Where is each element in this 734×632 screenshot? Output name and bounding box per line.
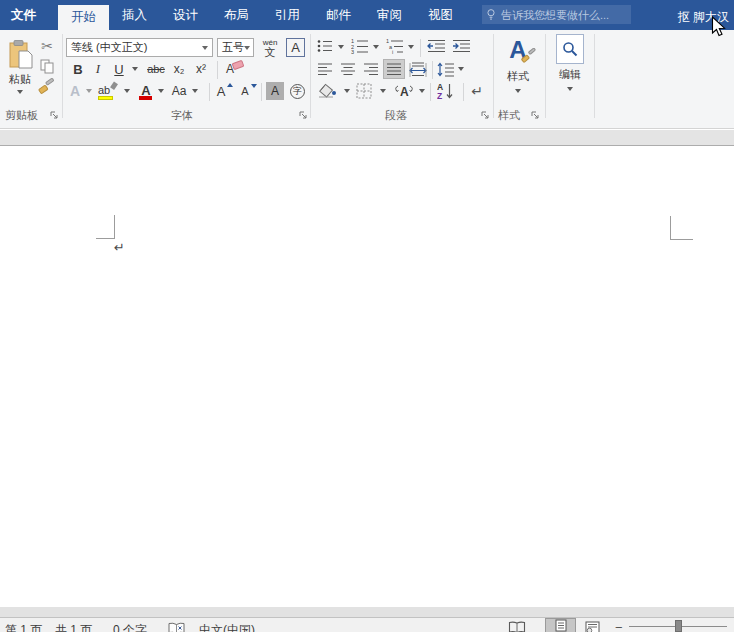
styles-button-label: 样式	[507, 69, 529, 84]
styles-dialog-launcher[interactable]	[531, 111, 540, 120]
increase-indent-button[interactable]	[451, 38, 472, 54]
styles-dropdown-arrow[interactable]	[515, 89, 521, 93]
character-shading-button[interactable]: A	[266, 82, 284, 100]
shading-button[interactable]	[316, 81, 340, 101]
ribbon-home: 粘贴 ✂ 剪贴板 等线 (中文正文) 五号 wén 文 A B I U	[0, 30, 734, 129]
superscript-button[interactable]: x²	[192, 60, 210, 78]
line-spacing-button[interactable]	[436, 59, 456, 79]
paragraph-dialog-launcher[interactable]	[481, 111, 490, 120]
styles-button[interactable]: A 样式	[496, 34, 540, 104]
change-case-dropdown-arrow[interactable]	[192, 89, 198, 93]
justify-button[interactable]	[383, 59, 405, 79]
clipboard-dialog-launcher[interactable]	[50, 111, 59, 120]
underline-button[interactable]: U	[112, 60, 126, 78]
proofing-book-icon[interactable]	[168, 622, 185, 632]
borders-dropdown-arrow[interactable]	[380, 89, 386, 93]
multilevel-list-icon: 1 a i	[386, 38, 404, 54]
highlight-dropdown-arrow[interactable]	[124, 89, 130, 93]
change-case-button[interactable]: Aa	[168, 82, 190, 100]
tab-file[interactable]: 文件	[0, 0, 48, 30]
decrease-indent-button[interactable]	[426, 38, 447, 54]
font-size-combobox[interactable]: 五号	[217, 38, 254, 57]
zoom-out-button[interactable]: −	[615, 620, 623, 632]
language-indicator[interactable]: 中文(中国)	[199, 622, 255, 632]
tab-mailings[interactable]: 邮件	[313, 0, 364, 30]
document-page[interactable]	[0, 147, 734, 607]
tab-design[interactable]: 设计	[160, 0, 211, 30]
underline-dropdown-arrow[interactable]	[132, 67, 138, 71]
tab-layout[interactable]: 布局	[211, 0, 262, 30]
text-highlight-button[interactable]: ab	[98, 80, 120, 100]
tab-home[interactable]: 开始	[58, 5, 109, 30]
copy-icon	[40, 59, 54, 74]
borders-button[interactable]	[354, 82, 373, 100]
format-painter-brush-icon	[37, 77, 55, 95]
font-size-dropdown-arrow[interactable]	[244, 46, 250, 50]
font-name-combobox[interactable]: 等线 (中文正文)	[66, 38, 213, 57]
numbering-dropdown-arrow[interactable]	[373, 45, 379, 49]
line-spacing-dropdown-arrow[interactable]	[458, 67, 464, 71]
strikethrough-button[interactable]: abc	[144, 60, 168, 78]
page-indicator[interactable]: 第 1 页	[5, 622, 42, 632]
shading-dropdown-arrow[interactable]	[344, 89, 350, 93]
align-right-button[interactable]	[362, 61, 380, 77]
tab-references[interactable]: 引用	[262, 0, 313, 30]
superscript-label: x²	[196, 62, 206, 76]
cut-button[interactable]: ✂	[38, 38, 56, 54]
italic-button[interactable]: I	[92, 60, 104, 78]
show-hide-mark-glyph: ↵	[471, 83, 483, 99]
lightbulb-icon	[486, 8, 496, 22]
multilevel-list-button[interactable]: 1 a i	[385, 37, 405, 55]
sort-button[interactable]: A Z	[435, 81, 455, 101]
font-color-dropdown-arrow[interactable]	[158, 89, 164, 93]
zoom-slider-handle[interactable]	[675, 620, 682, 632]
subscript-label: x₂	[174, 62, 185, 76]
svg-text:3: 3	[351, 49, 354, 54]
bullets-dropdown-arrow[interactable]	[338, 45, 344, 49]
enclose-characters-button[interactable]: 字	[289, 83, 306, 100]
font-color-bar	[139, 96, 152, 100]
distribute-button[interactable]	[407, 59, 429, 79]
web-layout-view-button[interactable]	[585, 621, 600, 632]
asian-layout-button[interactable]: A	[392, 81, 416, 101]
font-dialog-launcher[interactable]	[299, 111, 308, 120]
font-color-button[interactable]: A	[138, 81, 154, 100]
svg-text:Z: Z	[437, 91, 442, 100]
bullet-list-icon	[317, 39, 333, 53]
show-hide-marks-button[interactable]: ↵	[468, 81, 486, 101]
editing-button[interactable]: 编辑	[548, 34, 592, 104]
copy-button[interactable]	[38, 58, 56, 74]
paste-clipboard-icon	[7, 40, 33, 70]
page-total[interactable]: 共 1 页	[55, 622, 92, 632]
tab-insert[interactable]: 插入	[109, 0, 160, 30]
paste-dropdown-arrow[interactable]	[17, 90, 23, 94]
tell-me-search-box[interactable]	[482, 5, 631, 24]
text-effects-button[interactable]: A	[66, 82, 84, 100]
subscript-button[interactable]: x₂	[170, 60, 188, 78]
format-painter-button[interactable]	[36, 76, 56, 96]
paste-button[interactable]: 粘贴	[4, 36, 36, 98]
multilevel-dropdown-arrow[interactable]	[408, 45, 414, 49]
svg-text:i: i	[392, 49, 393, 54]
text-effects-dropdown-arrow[interactable]	[86, 89, 92, 93]
bold-button[interactable]: B	[70, 60, 86, 78]
phonetic-guide-button[interactable]: wén 文	[258, 35, 282, 61]
align-center-button[interactable]	[339, 61, 357, 77]
character-border-button[interactable]: A	[286, 38, 305, 57]
numbering-button[interactable]: 1 2 3	[350, 37, 370, 55]
bullets-button[interactable]	[316, 38, 334, 54]
clear-formatting-button[interactable]: A	[224, 59, 248, 78]
print-layout-view-button[interactable]	[545, 618, 576, 632]
word-count[interactable]: 0 个字	[113, 622, 147, 632]
underline-label: U	[114, 62, 123, 77]
grow-font-button[interactable]: A	[214, 82, 234, 100]
font-name-dropdown-arrow[interactable]	[202, 46, 208, 50]
tab-view[interactable]: 视图	[415, 0, 466, 30]
asian-layout-dropdown-arrow[interactable]	[419, 89, 425, 93]
align-left-button[interactable]	[316, 61, 334, 77]
tab-review[interactable]: 审阅	[364, 0, 415, 30]
shrink-font-button[interactable]: A	[238, 82, 258, 100]
editing-dropdown-arrow[interactable]	[567, 87, 573, 91]
search-input[interactable]	[501, 9, 627, 21]
read-mode-view-button[interactable]	[508, 621, 526, 632]
